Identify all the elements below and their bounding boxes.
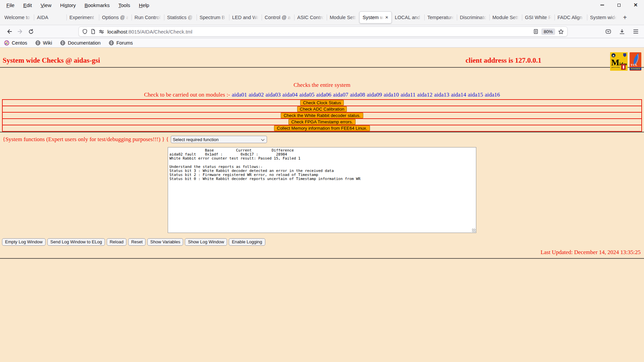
reset-button[interactable]: Reset: [128, 238, 146, 246]
empty-log-window-button[interactable]: Empty Log Window: [2, 238, 46, 246]
modules-prefix: Check to be carried out on modules :-: [144, 92, 230, 98]
module-link-aida10[interactable]: aida10: [384, 92, 399, 98]
permissions-icon[interactable]: [99, 29, 104, 34]
bookmark-star-icon[interactable]: [558, 29, 564, 35]
check-button-collect-memory-information-from-fee64-linux[interactable]: Collect Memory information from FEE64 Li…: [274, 125, 370, 131]
tab-run-control-4[interactable]: Run Control: [131, 11, 164, 23]
close-tab-icon[interactable]: ✕: [385, 15, 388, 20]
zoom-level-badge[interactable]: 80%: [541, 28, 555, 35]
reload-button-icon[interactable]: [25, 26, 36, 37]
tab-system-w-11[interactable]: System w✕: [359, 11, 392, 23]
check-button-check-the-white-rabbit-decoder-status[interactable]: Check the White Rabbit decoder status.: [281, 113, 363, 118]
minimize-button-icon[interactable]: [600, 3, 604, 7]
resize-handle[interactable]: [472, 229, 476, 232]
module-link-aida13[interactable]: aida13: [434, 92, 449, 98]
bookmark-wiki[interactable]: Wiki: [35, 40, 52, 46]
tab-spectrum-b-6[interactable]: Spectrum B: [197, 11, 229, 23]
module-link-aida08[interactable]: aida08: [350, 92, 365, 98]
check-button-check-fpga-timestamp-errors[interactable]: Check FPGA Timestamp errors.: [288, 119, 356, 125]
check-row-4: Check FPGA Timestamp errors.: [2, 118, 642, 125]
close-window-icon[interactable]: ✕: [633, 3, 638, 7]
pocket-icon[interactable]: [605, 29, 611, 34]
system-functions-row: {System functions (Expert users only for…: [3, 136, 641, 143]
reload-button[interactable]: Reload: [107, 238, 126, 246]
log-window-wrap: Base Current Difference aida02 fault 0x1…: [168, 147, 476, 233]
tab-title: GSI White R: [525, 15, 551, 20]
tab-title: Control @ a: [265, 15, 291, 20]
tracking-protection-shield-icon[interactable]: [82, 29, 88, 34]
enable-logging-button[interactable]: Enable Logging: [229, 238, 265, 246]
tab-title: System w: [363, 15, 384, 20]
tab-gsi-white-r-16[interactable]: GSI White R: [522, 11, 554, 23]
menu-history[interactable]: History: [56, 1, 80, 9]
module-link-aida02[interactable]: aida02: [249, 92, 264, 98]
tab-experiment-2[interactable]: Experiment: [66, 11, 99, 23]
module-link-aida14[interactable]: aida14: [451, 92, 466, 98]
log-button-row: Empty Log WindowSend Log Window to ELogR…: [2, 238, 642, 246]
tab-options-a-3[interactable]: Options @ a: [99, 11, 131, 23]
tab-temperature-13[interactable]: Temperature: [424, 11, 457, 23]
tab-led-and-wa-7[interactable]: LED and Wa: [229, 11, 262, 23]
menu-tools[interactable]: Tools: [114, 1, 135, 9]
tab-title: System wide: [590, 15, 616, 20]
menu-help[interactable]: Help: [135, 1, 154, 9]
module-link-aida07[interactable]: aida07: [333, 92, 348, 98]
function-select[interactable]: Select required function: [171, 136, 267, 143]
hamburger-menu-icon[interactable]: [633, 29, 639, 34]
downloads-icon[interactable]: [619, 29, 625, 35]
page-title: System wide Checks @ aidas-gsi: [3, 56, 100, 64]
bookmark-forums[interactable]: Forums: [109, 40, 133, 46]
module-link-aida15[interactable]: aida15: [468, 92, 483, 98]
tab-aida-1[interactable]: AIDA: [34, 11, 66, 23]
new-tab-button[interactable]: +: [620, 12, 630, 23]
globe-icon: [35, 40, 41, 46]
send-log-window-to-elog-button[interactable]: Send Log Window to ELog: [47, 238, 105, 246]
window-titlebar: FileEditViewHistoryBookmarksToolsHelp ✕: [0, 0, 644, 10]
check-row-3: Check the White Rabbit decoder status.: [2, 112, 642, 119]
module-link-aida05[interactable]: aida05: [299, 92, 314, 98]
tab-control-a-8[interactable]: Control @ a: [262, 11, 294, 23]
maximize-button-icon[interactable]: [616, 3, 621, 7]
tab-asic-contro-9[interactable]: ASIC Contro: [294, 11, 327, 23]
bookmark-centos[interactable]: Centos: [4, 40, 27, 46]
globe-icon: [109, 40, 114, 46]
bookmark-documentation[interactable]: Documentation: [60, 40, 101, 46]
show-log-window-button[interactable]: Show Log Window: [185, 238, 227, 246]
tab-title: LED and Wa: [232, 15, 259, 20]
back-button-icon[interactable]: [4, 26, 15, 37]
reader-mode-icon[interactable]: [533, 29, 538, 34]
header-logos: Midas powered by TCL POWERED: [610, 52, 641, 71]
forward-button-icon[interactable]: [15, 26, 25, 37]
menu-file[interactable]: File: [2, 1, 19, 9]
tab-title: Run Control: [135, 15, 161, 20]
menu-view[interactable]: View: [36, 1, 56, 9]
tab-system-wide-18[interactable]: System wide: [587, 11, 620, 23]
divider: [0, 258, 644, 259]
navigation-toolbar: localhost:8015/AIDA/Check/Check.tml 80%: [0, 25, 644, 38]
module-link-aida01[interactable]: aida01: [232, 92, 247, 98]
tab-local-and-12[interactable]: LOCAL and: [392, 11, 424, 23]
module-link-aida03[interactable]: aida03: [266, 92, 281, 98]
site-info-page-icon[interactable]: [91, 29, 96, 34]
tcl-text: TCL: [631, 63, 638, 67]
menu-edit[interactable]: Edit: [19, 1, 36, 9]
url-text[interactable]: localhost:8015/AIDA/Check/Check.tml: [107, 29, 530, 35]
module-link-aida04[interactable]: aida04: [282, 92, 298, 98]
check-button-check-adc-calibration[interactable]: Check ADC Calibration: [297, 106, 347, 112]
tab-discriminato-14[interactable]: Discriminato: [457, 11, 489, 23]
check-button-check-clock-status[interactable]: Check Clock Status: [300, 100, 343, 106]
log-window[interactable]: Base Current Difference aida02 fault 0x1…: [168, 147, 476, 233]
tab-statistics-5[interactable]: Statistics @: [164, 11, 197, 23]
module-link-aida06[interactable]: aida06: [316, 92, 331, 98]
module-link-aida09[interactable]: aida09: [367, 92, 382, 98]
module-link-aida11[interactable]: aida11: [400, 92, 416, 98]
show-variables-button[interactable]: Show Variables: [147, 238, 183, 246]
tab-welcome-to-0[interactable]: Welcome to: [1, 11, 34, 23]
url-bar[interactable]: localhost:8015/AIDA/Check/Check.tml 80%: [78, 26, 568, 37]
tab-module-sett-15[interactable]: Module Sett: [489, 11, 522, 23]
module-link-aida12[interactable]: aida12: [417, 92, 432, 98]
menu-bookmarks[interactable]: Bookmarks: [80, 1, 114, 9]
tab-fadc-align-17[interactable]: FADC Align: [554, 11, 587, 23]
tab-module-sett-10[interactable]: Module Sett: [327, 11, 359, 23]
module-link-aida16[interactable]: aida16: [485, 92, 500, 98]
